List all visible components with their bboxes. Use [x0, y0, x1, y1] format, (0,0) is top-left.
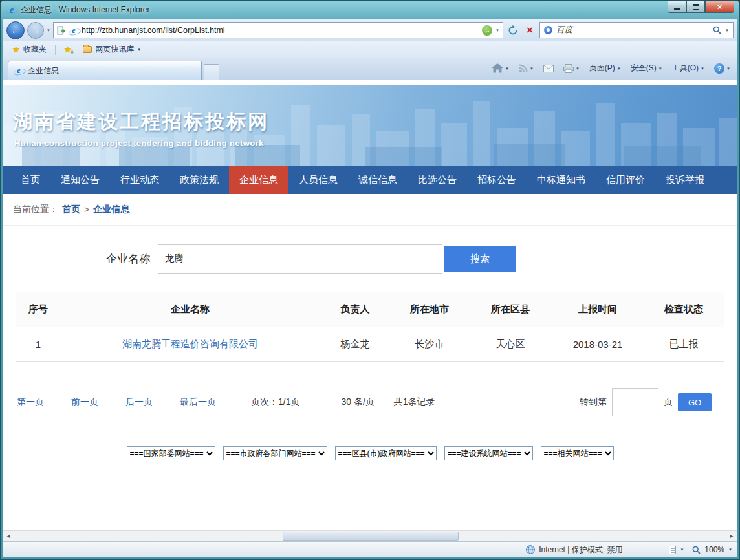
- nav-item-tender[interactable]: 招标公告: [467, 166, 527, 194]
- new-tab-button[interactable]: [204, 64, 219, 80]
- maximize-button[interactable]: [686, 1, 705, 13]
- col-header-status: 检查状态: [643, 292, 724, 327]
- col-header-index: 序号: [16, 292, 61, 327]
- goto-go-button[interactable]: GO: [678, 393, 712, 411]
- horizontal-scrollbar[interactable]: ◄ ►: [3, 530, 737, 541]
- page-menu-button[interactable]: 页面(P)▼: [587, 61, 623, 75]
- go-button[interactable]: →: [482, 25, 492, 36]
- goto-page-input[interactable]: [612, 388, 658, 416]
- feeds-command-button[interactable]: ▼: [517, 63, 536, 74]
- select-national-sites[interactable]: ===国家部委网站===: [127, 446, 215, 460]
- history-dropdown-icon[interactable]: ▼: [47, 28, 50, 32]
- first-page-link[interactable]: 第一页: [17, 396, 44, 408]
- zoom-icon[interactable]: [692, 546, 701, 554]
- nav-item-comparison[interactable]: 比选公告: [408, 166, 467, 194]
- col-header-city: 所在地市: [391, 292, 468, 327]
- search-dropdown-icon[interactable]: ▼: [725, 28, 729, 32]
- forward-button[interactable]: →: [27, 22, 44, 39]
- refresh-icon: [508, 25, 518, 36]
- breadcrumb-home-link[interactable]: 首页: [62, 204, 80, 215]
- tab-company-info[interactable]: e 企业信息: [8, 61, 202, 80]
- nav-item-policy[interactable]: 政策法规: [169, 166, 229, 194]
- search-box[interactable]: 百度 ▼: [539, 22, 734, 38]
- col-header-company: 企业名称: [61, 292, 320, 327]
- goto-label: 转到第: [580, 396, 607, 408]
- add-favorite-button[interactable]: ★+: [60, 43, 76, 56]
- read-mail-button[interactable]: [541, 63, 556, 74]
- nav-item-company-info[interactable]: 企业信息: [229, 166, 288, 194]
- favorites-star-icon: ★: [12, 45, 20, 54]
- scrollbar-track[interactable]: [14, 531, 726, 541]
- breadcrumb-prefix: 当前位置：: [13, 204, 58, 215]
- cell-report-date: 2018-03-21: [552, 327, 643, 362]
- zoom-dropdown-icon[interactable]: ▼: [728, 548, 732, 552]
- search-icon[interactable]: [713, 26, 721, 34]
- minimize-icon: [674, 8, 680, 10]
- stop-button[interactable]: ×: [523, 23, 537, 38]
- zone-text: Internet | 保护模式: 禁用: [539, 544, 622, 555]
- command-bar: ▼ ▼ ▼ 页面(P)▼ 安全(S)▼ 工具(O)▼: [490, 61, 732, 80]
- nav-item-award-notice[interactable]: 中标通知书: [527, 166, 596, 194]
- site-title: 湖南省建设工程招标投标网: [13, 109, 269, 135]
- scroll-left-button[interactable]: ◄: [3, 531, 14, 541]
- feeds-button[interactable]: 网页快讯库 ▼: [78, 43, 146, 56]
- feeds-folder-icon: [83, 46, 92, 53]
- last-page-link[interactable]: 最后一页: [180, 396, 216, 408]
- address-field[interactable]: e http://ztb.hunanjst.com/list/CorpList.…: [53, 22, 503, 38]
- minimize-button[interactable]: [668, 1, 686, 13]
- help-icon: ?: [714, 63, 724, 74]
- page-mode-dropdown-icon[interactable]: ▼: [680, 548, 684, 552]
- company-name-input[interactable]: [158, 244, 442, 274]
- cell-city: 长沙市: [391, 327, 468, 362]
- back-button[interactable]: ←: [6, 21, 25, 39]
- select-city-gov-sites[interactable]: ===市政府各部门网站===: [223, 446, 327, 460]
- nav-item-industry[interactable]: 行业动态: [110, 166, 169, 194]
- feeds-label: 网页快讯库: [95, 44, 134, 55]
- print-button[interactable]: ▼: [561, 63, 582, 74]
- favorites-button[interactable]: ★ 收藏夹: [8, 43, 51, 56]
- nav-item-home[interactable]: 首页: [10, 166, 50, 194]
- cell-index: 1: [16, 327, 61, 362]
- address-page-icon[interactable]: [57, 26, 66, 35]
- pagination: 第一页 前一页 后一页 最后一页 页次：1/1页 30 条/页 共1条记录 转到…: [17, 388, 723, 416]
- nav-item-credit-rating[interactable]: 信用评价: [596, 166, 655, 194]
- footer-site-links: ===国家部委网站=== ===市政府各部门网站=== ===区县(市)政府网站…: [3, 446, 737, 460]
- breadcrumb-current-link[interactable]: 企业信息: [93, 204, 129, 215]
- select-construction-sites[interactable]: ===建设系统网站===: [444, 446, 533, 460]
- ie-logo-icon: e: [6, 5, 17, 15]
- scroll-right-button[interactable]: ►: [726, 531, 737, 541]
- page-favicon-icon: e: [69, 26, 78, 35]
- status-bar: Internet | 保护模式: 禁用 ▼ 100% ▼: [3, 541, 737, 557]
- search-engine-text[interactable]: 百度: [556, 25, 709, 36]
- breadcrumb: 当前位置： 首页 > 企业信息: [3, 194, 737, 225]
- help-button[interactable]: ?▼: [712, 62, 732, 75]
- nav-item-complaints[interactable]: 投诉举报: [655, 166, 715, 194]
- scrollbar-thumb[interactable]: [283, 532, 459, 541]
- nav-item-notices[interactable]: 通知公告: [50, 166, 110, 194]
- globe-icon: [526, 545, 535, 554]
- nav-item-personnel[interactable]: 人员信息: [288, 166, 348, 194]
- safety-menu-button[interactable]: 安全(S)▼: [629, 61, 664, 75]
- next-page-link[interactable]: 后一页: [125, 396, 153, 408]
- address-dropdown-icon[interactable]: ▼: [495, 28, 499, 32]
- zoom-level[interactable]: 100%: [704, 545, 724, 554]
- select-district-gov-sites[interactable]: ===区县(市)政府网站===: [335, 446, 437, 460]
- per-page-info: 30 条/页: [341, 396, 374, 408]
- prev-page-link[interactable]: 前一页: [71, 396, 98, 408]
- nav-item-credit-info[interactable]: 诚信信息: [348, 166, 408, 194]
- refresh-button[interactable]: [506, 23, 520, 38]
- company-detail-link[interactable]: 湖南龙腾工程造价咨询有限公司: [122, 338, 258, 349]
- goto-page-group: 转到第 页 GO: [580, 388, 723, 416]
- tools-menu-button[interactable]: 工具(O)▼: [670, 61, 706, 75]
- close-button[interactable]: ×: [705, 1, 734, 13]
- search-submit-button[interactable]: 搜索: [444, 246, 516, 272]
- home-button[interactable]: ▼: [490, 62, 511, 74]
- feeds-dropdown-icon: ▼: [137, 48, 141, 52]
- url-text[interactable]: http://ztb.hunanjst.com/list/CorpList.ht…: [82, 26, 479, 35]
- page-mode-icon[interactable]: [669, 546, 676, 554]
- tab-favicon-icon: e: [14, 66, 23, 75]
- title-bar[interactable]: e 企业信息 - Windows Internet Explorer ×: [3, 1, 737, 19]
- window-controls: ×: [668, 1, 734, 13]
- status-separator: [688, 544, 688, 555]
- select-related-sites[interactable]: ===相关网站===: [541, 446, 614, 460]
